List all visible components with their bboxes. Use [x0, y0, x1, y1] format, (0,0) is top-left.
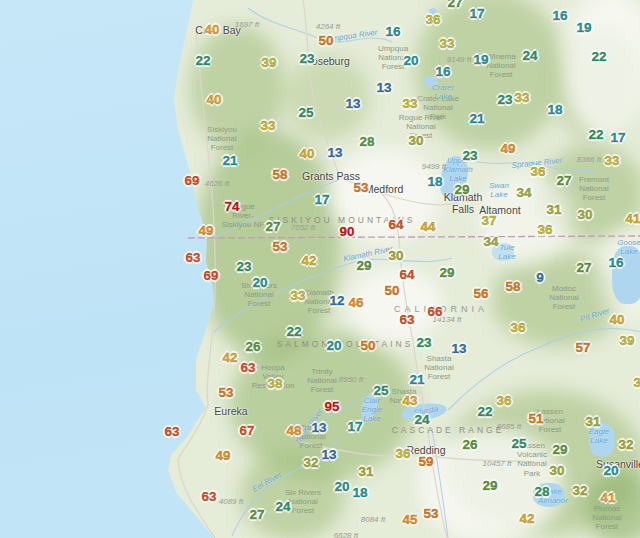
temp-reading[interactable]: 31 — [358, 465, 373, 479]
temp-reading[interactable]: 20 — [603, 464, 618, 478]
temp-reading[interactable]: 25 — [298, 106, 313, 120]
temp-reading[interactable]: 20 — [403, 54, 418, 68]
temp-reading[interactable]: 20 — [326, 339, 341, 353]
temp-reading[interactable]: 26 — [245, 340, 260, 354]
temp-reading[interactable]: 58 — [505, 280, 520, 294]
temp-reading[interactable]: 66 — [427, 305, 442, 319]
temp-reading[interactable]: 22 — [195, 54, 210, 68]
temp-reading[interactable]: 53 — [272, 240, 287, 254]
temp-reading[interactable]: 30 — [408, 134, 423, 148]
temp-reading[interactable]: 30 — [549, 464, 564, 478]
temp-reading[interactable]: 22 — [286, 325, 301, 339]
temp-reading[interactable]: 53 — [353, 181, 368, 195]
temp-reading[interactable]: 33 — [290, 289, 305, 303]
temp-reading[interactable]: 18 — [427, 175, 442, 189]
temp-reading[interactable]: 27 — [576, 261, 591, 275]
temp-reading[interactable]: 23 — [236, 260, 251, 274]
temp-reading[interactable]: 40 — [609, 313, 624, 327]
temp-reading[interactable]: 13 — [327, 146, 342, 160]
temp-reading[interactable]: 20 — [334, 480, 349, 494]
temp-reading[interactable]: 23 — [299, 52, 314, 66]
temp-reading[interactable]: 29 — [454, 183, 469, 197]
temp-reading[interactable]: 32 — [572, 484, 587, 498]
temp-reading[interactable]: 21 — [222, 154, 237, 168]
temp-reading[interactable]: 90 — [339, 225, 354, 239]
temp-reading[interactable]: 42 — [222, 351, 237, 365]
temp-reading[interactable]: 21 — [409, 373, 424, 387]
temp-reading[interactable]: 33 — [260, 119, 275, 133]
temp-reading[interactable]: 24 — [522, 49, 537, 63]
temp-reading[interactable]: 22 — [588, 128, 603, 142]
temp-reading[interactable]: 29 — [439, 266, 454, 280]
temp-reading[interactable]: 42 — [301, 254, 316, 268]
temp-reading[interactable]: 50 — [384, 284, 399, 298]
temp-reading[interactable]: 30 — [388, 249, 403, 263]
temp-reading[interactable]: 27 — [249, 508, 264, 522]
temp-reading[interactable]: 58 — [272, 168, 287, 182]
temp-reading[interactable]: 42 — [519, 512, 534, 526]
temp-reading[interactable]: 16 — [552, 9, 567, 23]
temp-reading[interactable]: 36 — [633, 376, 640, 390]
temp-reading[interactable]: 51 — [528, 412, 543, 426]
temp-reading[interactable]: 18 — [547, 103, 562, 117]
temp-reading[interactable]: 34 — [483, 235, 498, 249]
temp-reading[interactable]: 17 — [314, 193, 329, 207]
temp-reading[interactable]: 63 — [164, 425, 179, 439]
temp-reading[interactable]: 44 — [420, 220, 435, 234]
temp-reading[interactable]: 64 — [388, 218, 403, 232]
temp-reading[interactable]: 36 — [530, 165, 545, 179]
temp-reading[interactable]: 12 — [329, 294, 344, 308]
temp-reading[interactable]: 27 — [265, 220, 280, 234]
temp-reading[interactable]: 16 — [385, 25, 400, 39]
temp-reading[interactable]: 13 — [345, 97, 360, 111]
temp-reading[interactable]: 29 — [482, 479, 497, 493]
temp-reading[interactable]: 25 — [373, 384, 388, 398]
temp-reading[interactable]: 59 — [418, 455, 433, 469]
temp-reading[interactable]: 18 — [352, 486, 367, 500]
temp-reading[interactable]: 27 — [556, 174, 571, 188]
temp-reading[interactable]: 36 — [496, 394, 511, 408]
temp-reading[interactable]: 56 — [473, 287, 488, 301]
temp-reading[interactable]: 26 — [462, 438, 477, 452]
temp-reading[interactable]: 34 — [516, 186, 531, 200]
temp-reading[interactable]: 43 — [402, 394, 417, 408]
temp-reading[interactable]: 41 — [600, 491, 615, 505]
temp-reading[interactable]: 32 — [618, 438, 633, 452]
temp-reading[interactable]: 23 — [462, 149, 477, 163]
temp-reading[interactable]: 63 — [240, 361, 255, 375]
temp-reading[interactable]: 20 — [252, 276, 267, 290]
temp-reading[interactable]: 33 — [402, 97, 417, 111]
temp-reading[interactable]: 28 — [359, 135, 374, 149]
temp-reading[interactable]: 40 — [299, 147, 314, 161]
temp-reading[interactable]: 41 — [625, 212, 640, 226]
temp-reading[interactable]: 24 — [275, 500, 290, 514]
temp-reading[interactable]: 13 — [376, 81, 391, 95]
temp-reading[interactable]: 13 — [311, 421, 326, 435]
temp-reading[interactable]: 22 — [477, 405, 492, 419]
temp-reading[interactable]: 63 — [201, 490, 216, 504]
temp-reading[interactable]: 27 — [447, 0, 462, 10]
temp-reading[interactable]: 45 — [402, 513, 417, 527]
weather-map-canvas[interactable]: Siskiyou National ForestUmpqua National … — [0, 0, 640, 538]
temp-reading[interactable]: 48 — [286, 424, 301, 438]
temp-reading[interactable]: 23 — [416, 336, 431, 350]
temp-reading[interactable]: 32 — [303, 456, 318, 470]
temp-reading[interactable]: 63 — [185, 251, 200, 265]
temp-reading[interactable]: 95 — [324, 400, 339, 414]
temp-reading[interactable]: 30 — [577, 208, 592, 222]
temp-reading[interactable]: 19 — [576, 21, 591, 35]
temp-reading[interactable]: 39 — [619, 334, 634, 348]
temp-reading[interactable]: 74 — [224, 200, 239, 214]
temp-reading[interactable]: 64 — [399, 268, 414, 282]
temp-reading[interactable]: 17 — [469, 7, 484, 21]
temp-reading[interactable]: 17 — [610, 131, 625, 145]
temp-reading[interactable]: 46 — [348, 296, 363, 310]
temp-reading[interactable]: 49 — [215, 449, 230, 463]
temp-reading[interactable]: 17 — [347, 420, 362, 434]
temp-reading[interactable]: 25 — [511, 437, 526, 451]
temp-reading[interactable]: 33 — [514, 91, 529, 105]
temp-reading[interactable]: 36 — [510, 321, 525, 335]
temp-reading[interactable]: 33 — [604, 154, 619, 168]
temp-reading[interactable]: 28 — [534, 485, 549, 499]
temp-reading[interactable]: 36 — [425, 13, 440, 27]
